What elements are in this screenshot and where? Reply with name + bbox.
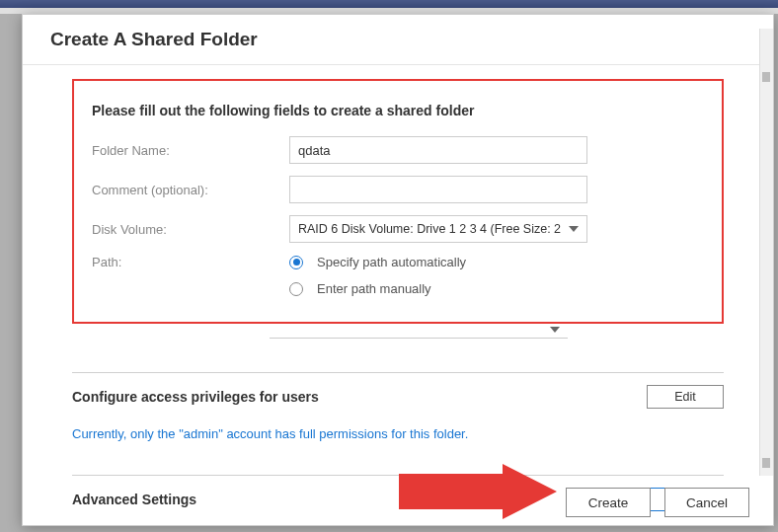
row-disk-volume: Disk Volume: RAID 6 Disk Volume: Drive 1… (92, 215, 704, 243)
radio-enter-manual[interactable]: Enter path manually (289, 281, 587, 296)
label-path: Path: (92, 255, 289, 269)
create-shared-folder-dialog: Create A Shared Folder Please fill out t… (22, 14, 774, 526)
radio-auto-label: Specify path automatically (317, 255, 466, 269)
form-instruction: Please fill out the following fields to … (92, 103, 704, 118)
dialog-title: Create A Shared Folder (50, 29, 745, 50)
highlight-box: Please fill out the following fields to … (72, 79, 724, 324)
access-title: Configure access privileges for users (72, 389, 319, 405)
dialog-footer: Create Cancel (566, 488, 749, 517)
folder-name-input[interactable] (289, 136, 587, 164)
cancel-button[interactable]: Cancel (664, 488, 749, 517)
create-button[interactable]: Create (566, 488, 651, 517)
scroll-thumb[interactable] (762, 72, 770, 82)
edit-button[interactable]: Edit (647, 385, 724, 409)
row-path: Path: Specify path automatically Enter p… (92, 255, 704, 296)
dialog-header: Create A Shared Folder (23, 15, 773, 65)
row-comment: Comment (optional): (92, 176, 704, 203)
path-radio-group: Specify path automatically Enter path ma… (289, 255, 587, 296)
scroll-thumb[interactable] (762, 458, 770, 468)
dialog-body: Please fill out the following fields to … (23, 65, 773, 525)
advanced-title: Advanced Settings (72, 492, 196, 507)
label-folder-name: Folder Name: (92, 143, 289, 158)
radio-icon (289, 256, 303, 269)
comment-input[interactable] (289, 176, 587, 203)
row-folder-name: Folder Name: (92, 136, 704, 164)
divider (72, 372, 724, 373)
collapsed-select[interactable] (270, 330, 568, 339)
access-section-header: Configure access privileges for users Ed… (72, 385, 724, 409)
radio-manual-label: Enter path manually (317, 281, 431, 296)
radio-specify-auto[interactable]: Specify path automatically (289, 255, 587, 269)
label-disk-volume: Disk Volume: (92, 222, 289, 237)
access-hint: Currently, only the "admin" account has … (72, 426, 724, 441)
disk-volume-select[interactable]: RAID 6 Disk Volume: Drive 1 2 3 4 (Free … (289, 215, 587, 243)
disk-volume-value: RAID 6 Disk Volume: Drive 1 2 3 4 (Free … (298, 222, 561, 236)
radio-icon (289, 282, 303, 296)
scrollbar[interactable] (759, 29, 773, 476)
chevron-down-icon (569, 226, 579, 232)
label-comment: Comment (optional): (92, 183, 289, 197)
divider (72, 475, 724, 476)
chevron-down-icon (550, 327, 560, 333)
